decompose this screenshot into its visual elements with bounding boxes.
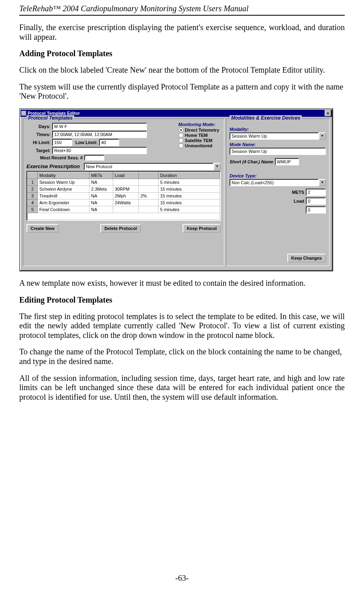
cell-modality[interactable]: Schwinn Airdyne xyxy=(38,185,89,192)
modality-label: Modality: xyxy=(230,127,326,132)
page-number: -63- xyxy=(0,574,364,583)
load-input[interactable]: 0 xyxy=(306,197,326,205)
table-row[interactable]: 4 Arm Ergometer NA 24Watts 15 minutes xyxy=(28,199,220,206)
exercise-grid[interactable]: Modality METs Load Duration 1 Session Wa… xyxy=(26,171,221,221)
radio-label: Unmonitored xyxy=(185,143,212,148)
cell-extra[interactable] xyxy=(139,179,159,185)
cell-load[interactable]: 24Watts xyxy=(113,199,139,206)
grid-col-load: Load xyxy=(113,172,139,179)
table-row[interactable]: 3 Treadmill NA 2Mph 2% 15 minutes xyxy=(28,192,220,199)
cell-duration[interactable]: 15 minutes xyxy=(159,192,220,199)
radio-label: Home TEM xyxy=(185,133,208,138)
cell-duration[interactable]: 5 minutes xyxy=(159,206,220,213)
cell-duration[interactable]: 15 minutes xyxy=(159,185,220,192)
radio-unmonitored[interactable]: Unmonitored xyxy=(179,143,219,148)
cell-extra[interactable] xyxy=(139,206,159,213)
keep-protocol-button[interactable]: Keep Protocol xyxy=(183,224,221,233)
radio-label: Satellite TEM xyxy=(185,138,212,143)
cell-load[interactable] xyxy=(113,179,139,185)
cell-modality[interactable]: Session Warm Up xyxy=(38,179,89,185)
recent-sess-label: Most Recent Sess. # xyxy=(26,155,84,160)
cell-mets[interactable]: NA xyxy=(89,192,113,199)
modality-dropdown-button[interactable]: ▼ xyxy=(319,132,326,140)
editing-p1: The first step in editing protocol templ… xyxy=(19,312,345,340)
low-limit-input[interactable]: 40 xyxy=(99,139,119,146)
cell-modality[interactable]: Arm Ergometer xyxy=(38,199,89,206)
cell-mets[interactable]: 2.3Mets xyxy=(89,185,113,192)
chevron-down-icon: ▼ xyxy=(216,165,219,168)
running-head: TeleRehab™ 2004 Cardiopulmonary Monitori… xyxy=(19,4,345,13)
target-input[interactable]: Rest+30 xyxy=(52,147,147,154)
protocol-name-dropdown-button[interactable]: ▼ xyxy=(214,163,221,170)
editing-p2: To change the name of the Protocol Templ… xyxy=(19,347,345,366)
mets-input[interactable]: 2 xyxy=(306,189,326,196)
app-icon xyxy=(21,111,26,116)
row-num: 1 xyxy=(28,179,38,185)
cell-mets[interactable]: NA xyxy=(89,199,113,206)
recent-sess-input[interactable] xyxy=(84,155,104,161)
adding-p2: The system will use the currently displa… xyxy=(19,82,345,101)
table-row[interactable]: 1 Session Warm Up NA 5 minutes xyxy=(28,179,220,185)
after-dialog-paragraph: A new template now exists, however it mu… xyxy=(19,279,345,288)
grid-col-mets: METs xyxy=(89,172,113,179)
chevron-down-icon: ▼ xyxy=(321,134,324,138)
cell-extra[interactable] xyxy=(139,199,159,206)
device-type-combo[interactable]: Non Calc.(Load<255) xyxy=(230,179,319,186)
device-type-dropdown-button[interactable]: ▼ xyxy=(319,179,326,186)
protocol-name-combo[interactable]: New Protocol xyxy=(84,163,214,170)
grid-header-row: Modality METs Load Duration xyxy=(28,172,220,179)
mets-label: METS xyxy=(292,190,304,195)
monitoring-mode-block: Monitoring Mode: Direct Telemetry Home T… xyxy=(179,122,219,148)
load-label: Load xyxy=(294,199,304,203)
cell-duration[interactable]: 5 minutes xyxy=(159,179,220,185)
radio-dot-icon xyxy=(179,128,183,132)
modalities-legend: Modalities & Exercise Devices xyxy=(230,115,302,121)
short-name-label: Short (4 Char.) Name xyxy=(230,159,273,164)
protocol-templates-group: Protocol Templates Monitoring Mode: Dire… xyxy=(23,118,224,266)
grid-col-blank xyxy=(28,172,38,179)
table-row[interactable]: 5 Final Cooldown NA 5 minutes xyxy=(28,206,220,213)
cell-load[interactable]: 2Mph xyxy=(113,192,139,199)
cell-extra[interactable] xyxy=(139,185,159,192)
cell-extra[interactable]: 2% xyxy=(139,192,159,199)
cell-modality[interactable]: Final Cooldown xyxy=(38,206,89,213)
modalities-group: Modalities & Exercise Devices Modality: … xyxy=(226,118,329,266)
keep-changes-button[interactable]: Keep Changes xyxy=(287,254,326,262)
delete-protocol-button[interactable]: Delete Protocol xyxy=(100,224,141,233)
target-label: Target: xyxy=(26,148,52,153)
modality-combo[interactable]: Session Warm Up xyxy=(230,132,319,140)
cell-duration[interactable]: 15 minutes xyxy=(159,199,220,206)
row-num: 2 xyxy=(28,185,38,192)
exercise-prescription-label: Exercise Prescription xyxy=(26,163,80,169)
cell-load[interactable] xyxy=(113,206,139,213)
mode-name-input[interactable]: Session Warm Up xyxy=(230,148,326,155)
cell-load[interactable]: 30RPM xyxy=(113,185,139,192)
close-icon: × xyxy=(327,111,329,116)
adding-p1: Click on the block labeled 'Create New' … xyxy=(19,65,345,75)
adding-templates-heading: Adding Protocol Templates xyxy=(19,49,345,58)
editing-p3: All of the session information, includin… xyxy=(19,374,345,402)
extra-input[interactable]: 0 xyxy=(306,206,326,214)
grid-col-duration: Duration xyxy=(159,172,220,179)
radio-home-tem[interactable]: Home TEM xyxy=(179,133,219,138)
protocol-templates-legend: Protocol Templates xyxy=(26,115,74,121)
radio-direct-telemetry[interactable]: Direct Telemetry xyxy=(179,128,219,132)
radio-label: Direct Telemetry xyxy=(185,128,219,132)
chevron-down-icon: ▼ xyxy=(321,181,324,184)
times-input[interactable]: 12:00AM, 12:00AM, 12:00AM xyxy=(52,131,147,138)
cell-modality[interactable]: Treadmill xyxy=(38,192,89,199)
protocol-editor-screenshot: Protocol Template Editor × Protocol Temp… xyxy=(19,108,333,271)
cell-mets[interactable]: NA xyxy=(89,206,113,213)
close-button[interactable]: × xyxy=(325,110,331,116)
radio-satellite-tem[interactable]: Satellite TEM xyxy=(179,138,219,143)
mode-name-label: Mode Name: xyxy=(230,142,326,147)
radio-dot-icon xyxy=(179,143,183,148)
table-row[interactable]: 2 Schwinn Airdyne 2.3Mets 30RPM 15 minut… xyxy=(28,185,220,192)
hi-limit-input[interactable]: 150 xyxy=(52,139,72,146)
days-input[interactable]: M W F xyxy=(52,123,147,130)
monitoring-mode-label: Monitoring Mode: xyxy=(179,122,219,127)
row-num: 5 xyxy=(28,206,38,213)
short-name-input[interactable]: WMUP xyxy=(275,158,299,165)
cell-mets[interactable]: NA xyxy=(89,179,113,185)
create-new-button[interactable]: Create New xyxy=(26,224,59,233)
